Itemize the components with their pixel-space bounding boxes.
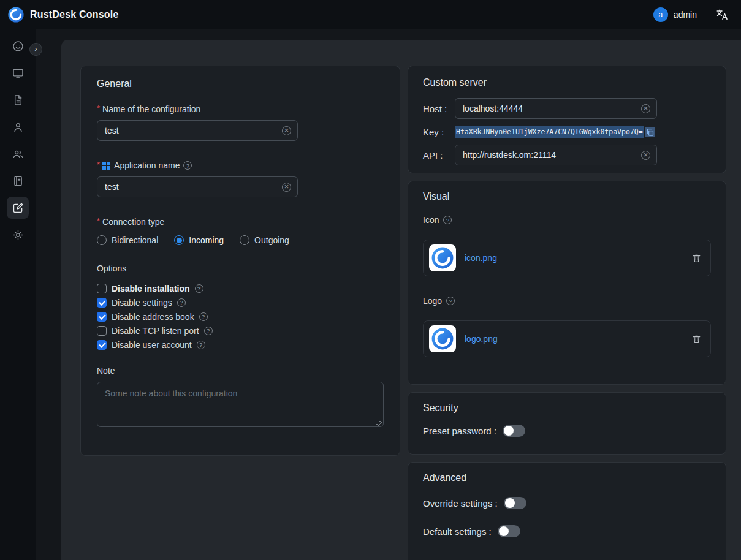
icon-file-box: icon.png xyxy=(423,240,711,276)
clear-icon[interactable]: ✕ xyxy=(282,126,291,135)
api-input[interactable] xyxy=(463,150,636,160)
sidebar-item-users[interactable] xyxy=(7,116,29,138)
custom-server-title: Custom server xyxy=(423,77,711,88)
api-row: API : ✕ xyxy=(423,145,711,165)
sidebar-item-settings[interactable] xyxy=(7,224,29,246)
help-icon[interactable]: ? xyxy=(177,298,186,307)
override-settings-toggle[interactable] xyxy=(504,497,526,509)
checkbox[interactable] xyxy=(97,312,107,322)
logo-file-box: logo.png xyxy=(423,320,711,357)
help-icon[interactable]: ? xyxy=(197,341,205,349)
help-icon[interactable]: ? xyxy=(183,161,192,170)
visual-card: Visual Icon ? icon.png Lo xyxy=(408,181,726,385)
options-label: Options xyxy=(97,263,384,273)
option-disable-tcp-listen-port: Disable TCP listen port ? xyxy=(97,325,384,336)
general-title: General xyxy=(97,78,384,89)
sidebar-item-custom-clients[interactable] xyxy=(7,197,29,219)
checkbox-label: Disable settings xyxy=(112,298,172,308)
note-textarea[interactable] xyxy=(97,382,384,427)
application-name-input[interactable] xyxy=(105,182,277,192)
api-input-wrap: ✕ xyxy=(455,145,657,165)
key-value[interactable]: HtaXBkJNHyn0e1U1jWXze7A7CN7QTGWqxk0tpaVp… xyxy=(455,126,644,138)
radio-label: Outgoing xyxy=(254,235,289,245)
key-row: Key : HtaXBkJNHyn0e1U1jWXze7A7CN7QTGWqxk… xyxy=(423,126,711,138)
default-settings-toggle[interactable] xyxy=(498,525,520,537)
name-config-label: * Name of the configuration xyxy=(97,104,384,114)
icon-label-text: Icon xyxy=(423,215,439,225)
security-title: Security xyxy=(423,403,711,414)
help-icon[interactable]: ? xyxy=(446,297,455,305)
icon-file-link[interactable]: icon.png xyxy=(465,253,497,263)
checkbox[interactable] xyxy=(97,284,107,293)
note-label: Note xyxy=(97,366,384,376)
custom-server-card: Custom server Host : ✕ Key : HtaXBkJNHyn… xyxy=(408,66,726,173)
help-icon[interactable]: ? xyxy=(195,284,203,293)
trash-icon[interactable] xyxy=(691,333,702,345)
radio-icon xyxy=(174,235,184,245)
option-disable-user-account: Disable user account ? xyxy=(97,339,384,350)
required-marker: * xyxy=(97,160,100,169)
avatar[interactable]: a xyxy=(653,7,668,22)
host-input[interactable] xyxy=(463,104,636,113)
translate-icon[interactable] xyxy=(715,8,729,21)
name-config-input[interactable] xyxy=(105,126,277,135)
book-icon xyxy=(12,175,25,187)
help-icon[interactable]: ? xyxy=(204,327,213,335)
app-header: RustDesk Console a admin xyxy=(0,0,741,29)
required-marker: * xyxy=(97,216,100,225)
icon-thumbnail xyxy=(429,244,456,271)
smiley-icon xyxy=(12,40,25,53)
edit-icon xyxy=(12,202,25,214)
radio-incoming[interactable]: Incoming xyxy=(174,235,224,245)
name-config-label-text: Name of the configuration xyxy=(102,104,200,114)
checkbox[interactable] xyxy=(97,340,107,350)
radio-bidirectional[interactable]: Bidirectional xyxy=(97,235,158,245)
sidebar-item-logs[interactable] xyxy=(7,170,29,192)
rustdesk-logo-icon xyxy=(431,328,454,350)
main-panel: General * Name of the configuration ✕ * … xyxy=(61,40,741,560)
connection-type-label-text: Connection type xyxy=(102,217,164,227)
sidebar-item-devices[interactable] xyxy=(7,62,29,84)
copy-icon[interactable] xyxy=(645,127,655,137)
security-card: Security Preset password : xyxy=(408,392,726,455)
users-icon xyxy=(12,148,25,161)
help-icon[interactable]: ? xyxy=(443,216,452,224)
document-icon xyxy=(12,94,25,107)
sidebar-item-documents[interactable] xyxy=(7,89,29,111)
rustdesk-logo-icon xyxy=(8,7,24,23)
username[interactable]: admin xyxy=(674,10,697,20)
sidebar-item-groups[interactable] xyxy=(7,143,29,165)
sidebar-expand-button[interactable]: › xyxy=(29,43,42,56)
sidebar xyxy=(0,29,36,560)
connection-type-radios: Bidirectional Incoming Outgoing xyxy=(97,235,384,245)
radio-outgoing[interactable]: Outgoing xyxy=(240,235,289,245)
app-title: RustDesk Console xyxy=(30,9,119,20)
clear-icon[interactable]: ✕ xyxy=(282,183,291,192)
trash-icon[interactable] xyxy=(691,252,702,264)
sidebar-item-overview[interactable] xyxy=(7,35,29,57)
key-label: Key : xyxy=(423,127,455,137)
override-settings-label: Override settings : xyxy=(423,498,498,509)
clear-icon[interactable]: ✕ xyxy=(641,104,650,113)
radio-label: Incoming xyxy=(189,235,224,245)
rustdesk-logo-icon xyxy=(431,247,454,269)
checkbox[interactable] xyxy=(97,298,107,308)
radio-icon xyxy=(240,235,249,245)
checkbox-label: Disable TCP listen port xyxy=(112,326,199,336)
logo-label-text: Logo xyxy=(423,296,442,306)
checkbox[interactable] xyxy=(97,326,107,336)
right-column: Custom server Host : ✕ Key : HtaXBkJNHyn… xyxy=(408,66,726,560)
gear-icon xyxy=(12,229,25,241)
default-settings-label: Default settings : xyxy=(423,526,492,537)
application-name-label-text: Application name xyxy=(114,161,180,170)
preset-password-toggle[interactable] xyxy=(503,425,525,437)
option-disable-installation: Disable installation ? xyxy=(97,283,384,293)
key-value-wrap: HtaXBkJNHyn0e1U1jWXze7A7CN7QTGWqxk0tpaVp… xyxy=(455,126,666,138)
help-icon[interactable]: ? xyxy=(199,312,208,321)
visual-title: Visual xyxy=(423,191,711,202)
icon-label: Icon ? xyxy=(423,215,711,225)
logo-file-link[interactable]: logo.png xyxy=(465,334,498,344)
logo-thumbnail xyxy=(429,325,456,352)
note-wrap xyxy=(97,382,384,429)
clear-icon[interactable]: ✕ xyxy=(641,151,650,160)
